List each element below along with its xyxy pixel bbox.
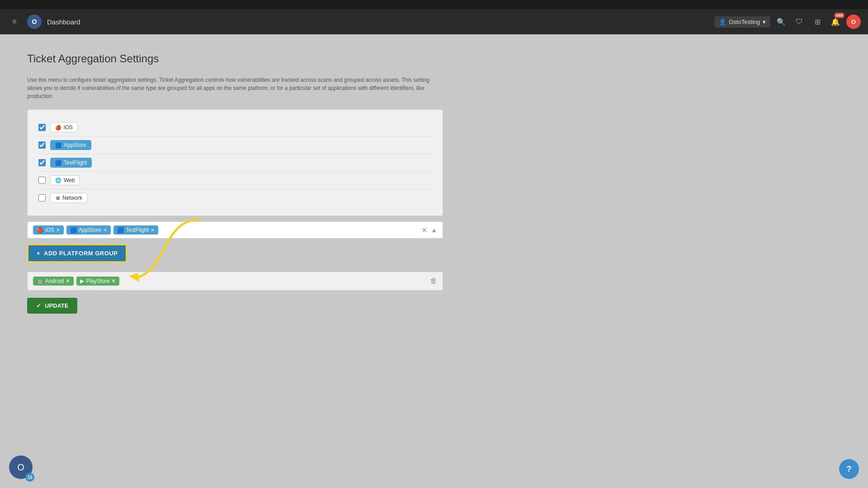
checkmark-icon: ✓ — [36, 302, 41, 309]
ios-icon: 🍎 — [55, 125, 61, 131]
tag-testflight: 🟦 TestFlight — [50, 158, 92, 168]
notification-area: 🔔 449 — [828, 14, 843, 29]
settings-card: 🍎 iOS 🟦 AppStore 🟦 TestFlight 🌐 — [27, 109, 443, 216]
tag-ios: 🍎 iOS — [50, 122, 78, 132]
group-tag-android: 🤖 Android ✕ — [33, 277, 74, 286]
update-label: UPDATE — [45, 302, 68, 309]
add-platform-group-button[interactable]: + ADD PLATFORM GROUP — [27, 244, 127, 263]
remove-appstore-button[interactable]: ✕ — [103, 227, 107, 233]
testflight-label: TestFlight — [64, 160, 87, 166]
update-button[interactable]: ✓ UPDATE — [27, 298, 77, 314]
remove-testflight-button[interactable]: ✕ — [151, 227, 155, 233]
shield-button[interactable]: 🛡 — [792, 14, 807, 29]
tag-appstore: 🟦 AppStore — [50, 140, 91, 150]
shield-icon: 🛡 — [796, 18, 803, 26]
avatar-button[interactable]: O — [846, 14, 861, 29]
tag-web: 🌐 Web — [50, 175, 80, 185]
remove-android-button[interactable]: ✕ — [66, 278, 70, 284]
page-description: Use this menu to configure ticket aggreg… — [27, 76, 434, 100]
web-label: Web — [64, 177, 75, 183]
tag-appstore-text: AppStore — [79, 227, 101, 233]
grid-button[interactable]: ⊞ — [810, 14, 825, 29]
header-title: Dashboard — [47, 18, 80, 26]
grid-icon: ⊞ — [815, 18, 821, 26]
remove-playstore-button[interactable]: ✕ — [111, 278, 116, 284]
appstore-label: AppStore — [64, 142, 86, 148]
help-icon: ? — [847, 465, 852, 474]
dropdown-tag-testflight: 🟦 TestFlight ✕ — [113, 225, 158, 235]
checkbox-appstore[interactable] — [38, 141, 46, 149]
android-icon: 🤖 — [37, 278, 43, 284]
tag-ios-icon: 🍎 — [37, 227, 43, 233]
dropdown-tag-ios: 🍎 iOS ✕ — [33, 225, 64, 235]
checkbox-row-web: 🌐 Web — [38, 172, 432, 189]
header-left: ≡ O Dashboard — [7, 14, 714, 29]
tag-testflight-icon: 🟦 — [117, 227, 124, 233]
chevron-down-icon: ▾ — [763, 19, 766, 25]
android-label: Android — [45, 278, 64, 284]
header-right: 👤 OstoTesting ▾ 🔍 🛡 ⊞ 🔔 449 O — [714, 14, 861, 29]
page-title: Ticket Aggregation Settings — [27, 52, 841, 65]
bell-icon: 🔔 — [831, 18, 840, 26]
checkbox-web[interactable] — [38, 177, 46, 184]
checkbox-row-ios: 🍎 iOS — [38, 119, 432, 136]
dropdown-toggle-button[interactable]: ▲ — [431, 226, 437, 234]
tag-appstore-icon: 🟦 — [70, 227, 77, 233]
notification-badge-count: 449 — [834, 13, 844, 18]
group-tag-playstore: ▶ PlayStore ✕ — [76, 277, 119, 286]
user-icon: 👤 — [719, 19, 726, 25]
checkbox-ios[interactable] — [38, 124, 46, 131]
web-icon: 🌐 — [55, 178, 61, 183]
dropdown-tags-container: 🍎 iOS ✕ 🟦 AppStore ✕ 🟦 TestFlight ✕ — [33, 225, 421, 235]
add-platform-wrapper: + ADD PLATFORM GROUP — [27, 244, 127, 272]
checkbox-row-testflight: 🟦 TestFlight — [38, 154, 432, 172]
dropdown-controls: ✕ ▲ — [421, 226, 437, 235]
tag-network: 🖥 Network — [50, 193, 87, 203]
search-button[interactable]: 🔍 — [774, 14, 788, 29]
header: ≡ O Dashboard 👤 OstoTesting ▾ 🔍 🛡 ⊞ 🔔 44… — [0, 9, 868, 34]
playstore-icon: ▶ — [80, 278, 84, 284]
logo: O — [27, 14, 42, 29]
network-label: Network — [62, 195, 82, 201]
tag-testflight-text: TestFlight — [126, 227, 149, 233]
search-icon: 🔍 — [777, 18, 786, 26]
checkbox-testflight[interactable] — [38, 159, 46, 166]
main-content: Ticket Aggregation Settings Use this men… — [0, 34, 868, 488]
appstore-icon: 🟦 — [55, 142, 61, 148]
user-menu-button[interactable]: 👤 OstoTesting ▾ — [714, 16, 770, 28]
plus-icon: + — [37, 250, 40, 257]
delete-group-button[interactable]: 🗑 — [430, 277, 437, 285]
dropdown-tag-appstore: 🟦 AppStore ✕ — [66, 225, 111, 235]
clear-all-button[interactable]: ✕ — [421, 226, 427, 235]
hamburger-icon: ≡ — [12, 18, 16, 26]
ios-label: iOS — [64, 124, 73, 131]
bottom-badge: 15 — [25, 473, 34, 482]
checkbox-row-appstore: 🟦 AppStore — [38, 136, 432, 154]
add-platform-label: ADD PLATFORM GROUP — [44, 250, 118, 257]
testflight-icon: 🟦 — [55, 160, 61, 166]
network-icon: 🖥 — [55, 195, 60, 201]
user-name: OstoTesting — [729, 19, 760, 25]
platform-group-row: 🤖 Android ✕ ▶ PlayStore ✕ 🗑 — [27, 272, 443, 291]
widget-icon: O — [17, 462, 24, 473]
top-bar — [0, 0, 868, 9]
help-button[interactable]: ? — [839, 459, 859, 479]
menu-button[interactable]: ≡ — [7, 14, 22, 29]
checkbox-network[interactable] — [38, 194, 46, 202]
playstore-label: PlayStore — [86, 278, 109, 284]
platform-dropdown[interactable]: 🍎 iOS ✕ 🟦 AppStore ✕ 🟦 TestFlight ✕ ✕ ▲ — [27, 221, 443, 239]
remove-ios-button[interactable]: ✕ — [56, 227, 60, 233]
checkbox-row-network: 🖥 Network — [38, 189, 432, 206]
group-tags-container: 🤖 Android ✕ ▶ PlayStore ✕ — [33, 277, 430, 286]
tag-ios-text: iOS — [45, 227, 54, 233]
